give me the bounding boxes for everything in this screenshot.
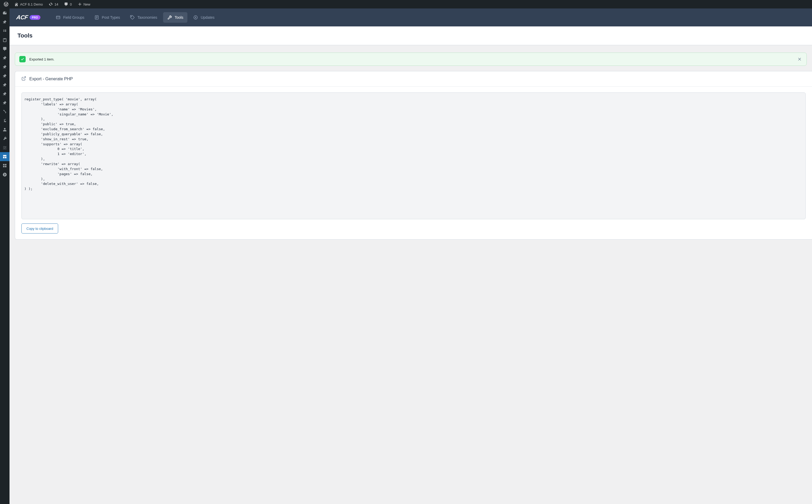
svg-point-7: [131, 16, 132, 17]
side-pin-6[interactable]: [0, 89, 10, 98]
page-title-bar: Tools: [10, 26, 812, 45]
updates-link[interactable]: 14: [47, 0, 60, 8]
content-wrap: Exported 1 item. Export - Generate PHP r…: [10, 45, 812, 247]
svg-point-0: [3, 173, 7, 176]
side-acf[interactable]: [0, 152, 10, 161]
notice-close-button[interactable]: [797, 57, 802, 62]
side-blocks[interactable]: [0, 161, 10, 170]
acf-logo[interactable]: ACF PRO: [16, 14, 40, 21]
nav-field-groups-label: Field Groups: [63, 15, 84, 20]
nav-post-types-label: Post Types: [102, 15, 120, 20]
panel-title: Export - Generate PHP: [29, 77, 73, 81]
nav-tools[interactable]: Tools: [163, 12, 188, 23]
panel-header: Export - Generate PHP: [15, 71, 812, 87]
comments-count: 0: [70, 2, 72, 6]
side-pin-2[interactable]: [0, 53, 10, 62]
side-settings[interactable]: [0, 143, 10, 152]
side-pin-3[interactable]: [0, 62, 10, 71]
acf-pro-badge: PRO: [30, 15, 40, 20]
side-users[interactable]: [0, 125, 10, 134]
acf-header: ACF PRO Field Groups Post Types Taxonomi…: [10, 8, 812, 26]
copy-to-clipboard-button[interactable]: Copy to clipboard: [21, 223, 58, 234]
side-media[interactable]: [0, 35, 10, 44]
updates-count: 14: [54, 2, 58, 6]
acf-logo-mark: ACF: [16, 14, 28, 21]
notice-success: Exported 1 item.: [15, 53, 807, 66]
code-output[interactable]: register_post_type( 'movie', array( 'lab…: [21, 92, 806, 219]
panel-body: register_post_type( 'movie', array( 'lab…: [15, 87, 812, 239]
nav-tools-label: Tools: [175, 15, 183, 20]
notice-text: Exported 1 item.: [29, 57, 797, 61]
side-dashboard[interactable]: [0, 8, 10, 17]
side-generic-1[interactable]: [0, 26, 10, 35]
svg-line-11: [24, 77, 26, 79]
main-content: ACF PRO Field Groups Post Types Taxonomi…: [10, 8, 812, 247]
nav-taxonomies-label: Taxonomies: [137, 15, 157, 20]
export-panel: Export - Generate PHP register_post_type…: [15, 71, 812, 240]
side-pin-1[interactable]: [0, 17, 10, 26]
svg-rect-1: [56, 16, 60, 19]
external-link-icon: [21, 76, 26, 82]
comments-link[interactable]: 0: [62, 0, 74, 8]
side-comments-menu[interactable]: [0, 44, 10, 53]
nav-updates-label: Updates: [201, 15, 214, 20]
new-link[interactable]: New: [76, 0, 92, 8]
site-link[interactable]: ACF 6.1 Demo: [12, 0, 45, 8]
wp-admin-menu: [0, 8, 10, 504]
site-title: ACF 6.1 Demo: [20, 2, 43, 6]
page-title: Tools: [17, 32, 804, 39]
new-label: New: [83, 2, 90, 6]
side-pin-4[interactable]: [0, 71, 10, 80]
side-tools-wp[interactable]: [0, 134, 10, 143]
side-pin-5[interactable]: [0, 80, 10, 89]
wp-logo[interactable]: [2, 0, 11, 8]
side-pin-7[interactable]: [0, 98, 10, 107]
notice-check-icon: [19, 56, 26, 62]
acf-nav: Field Groups Post Types Taxonomies Tools…: [52, 12, 219, 23]
wp-adminbar: ACF 6.1 Demo 14 0 New: [0, 0, 812, 8]
side-collapse[interactable]: [0, 170, 10, 179]
nav-field-groups[interactable]: Field Groups: [52, 12, 89, 23]
side-plugins[interactable]: [0, 116, 10, 125]
nav-updates[interactable]: Updates: [189, 12, 219, 23]
side-appearance[interactable]: [0, 107, 10, 116]
nav-post-types[interactable]: Post Types: [90, 12, 124, 23]
nav-taxonomies[interactable]: Taxonomies: [126, 12, 161, 23]
